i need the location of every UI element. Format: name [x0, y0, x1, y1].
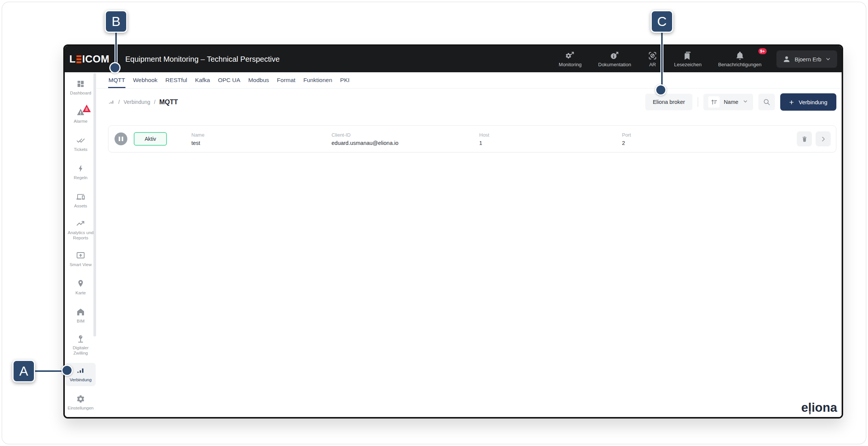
nav-item-monitoring[interactable]: Monitoring — [559, 51, 582, 67]
breadcrumb-parent[interactable]: Verbindung — [124, 99, 150, 105]
pause-button[interactable] — [115, 132, 127, 145]
leicom-logo: L ICOM — [69, 53, 110, 65]
nav-label: Benachrichtigungen — [718, 62, 761, 67]
nav-item-lesezeichen[interactable]: Lesezeichen — [674, 51, 701, 67]
nav-item-ar[interactable]: AR — [648, 51, 657, 67]
bookmark-icon — [683, 51, 693, 61]
user-name: Bjoern Erb — [795, 56, 821, 62]
bell-icon — [735, 51, 745, 61]
sidebar-item-label: BIM — [77, 318, 84, 324]
tab-mqtt[interactable]: MQTT — [108, 72, 125, 88]
field-value: 2 — [622, 140, 787, 146]
eliona-broker-button[interactable]: Eliona broker — [645, 94, 692, 110]
tab-kafka[interactable]: Kafka — [195, 72, 211, 88]
plus-icon: + — [789, 98, 794, 106]
sidebar-item-label: Karte — [75, 290, 86, 295]
sidebar-item-label: Digitaler Zwilling — [66, 345, 96, 356]
leicom-logo-rest: ICOM — [82, 53, 110, 65]
alarm-alert-badge — [82, 104, 91, 113]
info-external-icon — [610, 51, 619, 61]
sidebar-item-label: Einstellungen — [67, 405, 93, 411]
eliona-brand-logo: eļiona — [801, 400, 837, 415]
sidebar-item-label: Assets — [74, 203, 87, 209]
breadcrumb-separator: / — [154, 99, 156, 105]
screen-share-icon — [76, 251, 85, 260]
tab-webhook[interactable]: Webhook — [133, 72, 158, 88]
breadcrumb-current: MQTT — [159, 98, 178, 106]
sidebar-item-karte[interactable]: Karte — [66, 276, 96, 299]
field-value: eduard.usmanau@eliona.io — [332, 140, 479, 146]
field-port: Port 2 — [622, 132, 787, 146]
sidebar-item-einstellungen[interactable]: Einstellungen — [66, 391, 96, 414]
field-label: Host — [479, 132, 622, 138]
toolbar: / Verbindung / MQTT Eliona broker — [96, 88, 842, 116]
sidebar-item-label: Dashboard — [70, 90, 91, 96]
sidebar-item-regeln[interactable]: Regeln — [66, 161, 96, 184]
sidebar-item-tickets[interactable]: Tickets — [66, 132, 96, 156]
gear-icon — [76, 394, 85, 403]
annotation-line-a — [35, 370, 63, 372]
sidebar-item-alarme[interactable]: Alarme — [66, 104, 96, 128]
sidebar-scrollbar[interactable] — [93, 73, 96, 336]
app-window: L ICOM Equipment Monitoring – Technical … — [63, 44, 843, 419]
breadcrumb-separator: / — [118, 99, 120, 105]
sidebar-item-smart-view[interactable]: Smart View — [66, 248, 96, 271]
row-actions — [797, 131, 831, 146]
tab-funktionen[interactable]: Funktionen — [303, 72, 333, 88]
delete-button[interactable] — [797, 131, 812, 146]
page-title: Equipment Monitoring – Technical Perspec… — [125, 55, 280, 64]
tab-pki[interactable]: PKI — [340, 72, 350, 88]
nav-label: Monitoring — [559, 62, 582, 67]
leicom-logo-e-icon — [76, 55, 81, 63]
sidebar-item-label: Smart View — [70, 262, 92, 267]
field-client-id: Client-ID eduard.usmanau@eliona.io — [332, 132, 479, 146]
pause-icon — [119, 137, 120, 141]
sidebar-item-dashboard[interactable]: Dashboard — [66, 76, 96, 99]
search-button[interactable] — [758, 94, 775, 110]
sidebar-item-label: Analytics und Reports — [66, 230, 96, 241]
annotation-marker-a: A — [12, 360, 35, 382]
sidebar-item-assets[interactable]: Assets — [66, 189, 96, 212]
tab-format[interactable]: Format — [277, 72, 296, 88]
sidebar-item-label: Regeln — [74, 175, 87, 180]
toolbar-actions: Eliona broker Name — [645, 93, 836, 111]
tab-modbus[interactable]: Modbus — [248, 72, 269, 88]
signal-bars-icon[interactable] — [108, 99, 115, 105]
annotation-marker-b: B — [105, 10, 127, 33]
tab-restful[interactable]: RESTful — [165, 72, 188, 88]
annotation-dot-c — [655, 84, 666, 96]
sort-select[interactable]: Name — [703, 94, 753, 110]
ar-scan-icon — [648, 51, 657, 61]
tab-opc-ua[interactable]: OPC UA — [217, 72, 240, 88]
toolbar-divider — [698, 97, 698, 107]
annotation-dot-b — [109, 62, 121, 73]
monitoring-gear-external-icon — [565, 51, 575, 61]
connection-row[interactable]: Aktiv Name test Client-ID eduard.usmanau… — [108, 125, 836, 152]
devices-icon — [76, 192, 85, 201]
breadcrumb: / Verbindung / MQTT — [108, 98, 178, 106]
add-verbindung-label: Verbindung — [799, 99, 827, 105]
nav-item-benachrichtigungen[interactable]: 9+ Benachrichtigungen — [718, 51, 761, 67]
nav-item-dokumentation[interactable]: Dokumentation — [598, 51, 631, 67]
chevron-down-icon — [825, 56, 831, 62]
header-nav: Monitoring Dokumentation AR — [559, 51, 761, 67]
trash-icon — [801, 135, 808, 143]
sidebar-item-bim[interactable]: BIM — [66, 304, 96, 327]
connection-fields: Name test Client-ID eduard.usmanau@elion… — [191, 132, 787, 146]
sort-iconbox — [708, 96, 720, 108]
trending-line-icon — [76, 219, 85, 228]
lightning-bolt-icon — [76, 164, 85, 173]
sidebar-item-digitaler-zwilling[interactable]: Digitaler Zwilling — [66, 332, 96, 358]
sidebar-item-analytics[interactable]: Analytics und Reports — [66, 217, 96, 243]
annotation-dot-a — [61, 365, 73, 376]
sidebar-item-label: Verbindung — [70, 377, 92, 382]
open-details-button[interactable] — [816, 131, 831, 146]
field-value: 1 — [479, 140, 622, 146]
signal-bars-icon — [76, 366, 85, 375]
nav-label: Lesezeichen — [674, 62, 701, 67]
add-verbindung-button[interactable]: + Verbindung — [780, 93, 836, 111]
field-name: Name test — [191, 132, 332, 146]
app-header: L ICOM Equipment Monitoring – Technical … — [65, 46, 842, 72]
user-menu[interactable]: Bjoern Erb — [776, 50, 837, 68]
dashboard-icon — [76, 79, 85, 88]
